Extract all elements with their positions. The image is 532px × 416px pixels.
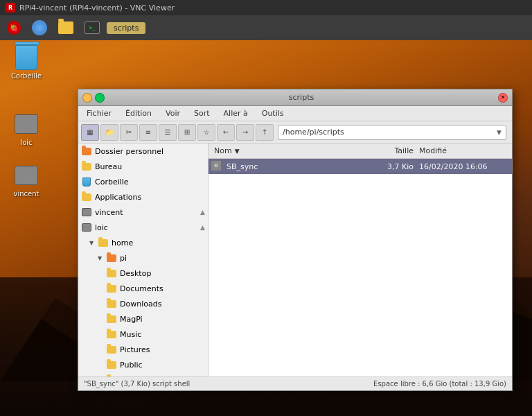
vincent-hdd-icon (15, 166, 38, 185)
sidebar-label-loic: loic (95, 223, 200, 232)
menu-voir[interactable]: Voir (160, 107, 186, 119)
script-file-icon: ⚙ (211, 161, 221, 171)
cut-button[interactable]: ✂ (120, 124, 138, 141)
folder-taskbar-icon (58, 21, 73, 34)
fm-toolbar: ▦ 📁 ✂ ≡ ☰ ⊞ ☆ ← → ↑ /home/pi/scripts ▼ (78, 121, 512, 144)
sidebar-item-home[interactable]: ▼ home (78, 235, 208, 250)
sidebar-item-public[interactable]: Public (78, 357, 208, 372)
raspberry-menu-button[interactable]: 🍓 (3, 18, 25, 37)
sidebar-item-downloads[interactable]: Downloads (78, 296, 208, 311)
bookmarks-button[interactable]: ☆ (197, 124, 215, 141)
raspberry-icon: 🍓 (7, 21, 21, 35)
terminal-icon: >_ (85, 21, 100, 34)
sidebar-label-desktop: Desktop (120, 269, 205, 278)
file-row-sbsync[interactable]: ⚙ SB_sync 3,7 Kio 16/02/2020 16:06 (209, 159, 512, 174)
vnc-icon: R (6, 3, 15, 12)
terminal-taskbar-button[interactable]: >_ (80, 18, 104, 37)
address-dropdown-arrow[interactable]: ▼ (497, 129, 502, 136)
menu-fichier[interactable]: Fichier (81, 107, 117, 119)
col-header-modified: Modifié (419, 146, 447, 155)
sidebar-label-vincent: vincent (95, 208, 200, 217)
trash-bin-icon (15, 45, 37, 70)
loic-mount-icon: ▲ (200, 224, 205, 231)
fm-content: Dossier personnel Bureau Corbeille (78, 144, 512, 376)
file-size-sbsync: 3,7 Kio (364, 162, 419, 171)
fm-main-panel: Nom ▼ Taille Modifié ⚙ SB_sync 3,7 Kio 1… (209, 144, 512, 376)
view-details-button[interactable]: ☰ (159, 124, 177, 141)
browser-button[interactable] (28, 18, 51, 37)
fm-status-space-info: Espace libre : 6,6 Gio (total : 13,9 Gio… (373, 380, 506, 388)
pi-expand-arrow: ▼ (98, 255, 105, 261)
sidebar-label-applications: Applications (95, 193, 205, 202)
sidebar-label-corbeille: Corbeille (95, 177, 205, 187)
sidebar-item-bureau[interactable]: Bureau (78, 159, 208, 174)
fm-close-controls: ✕ (498, 93, 508, 103)
sidebar-label-music: Music (120, 330, 205, 339)
fm-sidebar: Dossier personnel Bureau Corbeille (78, 144, 209, 376)
forward-button[interactable]: → (236, 124, 254, 141)
up-button[interactable]: ↑ (256, 124, 274, 141)
fm-maximize-button[interactable] (95, 93, 105, 103)
vnc-titlebar: R RPi4-vincent (RPi4-vincent) - VNC View… (0, 0, 532, 15)
menu-sort[interactable]: Sort (188, 107, 215, 119)
desktop-icons-area: Corbeille loic vincent (6, 45, 47, 198)
sidebar-item-corbeille[interactable]: Corbeille (78, 174, 208, 189)
fm-statusbar: "SB_sync" (3,7 Kio) script shell Espace … (78, 376, 512, 390)
back-button[interactable]: ← (217, 124, 235, 141)
vincent-label: vincent (14, 190, 39, 198)
filemanager-taskbar-button[interactable] (54, 18, 78, 37)
address-text: /home/pi/scripts (283, 128, 497, 137)
view-icons-button[interactable]: ▦ (81, 124, 99, 141)
sidebar-item-pi[interactable]: ▼ pi (78, 250, 208, 266)
loic-hdd-icon (15, 114, 38, 134)
vincent-drive-icon[interactable]: vincent (6, 163, 47, 198)
sidebar-item-documents[interactable]: Documents (78, 281, 208, 296)
globe-icon (32, 20, 47, 35)
sidebar-label-dossier-personnel: Dossier personnel (95, 147, 205, 156)
sidebar-label-downloads: Downloads (120, 300, 205, 309)
sidebar-item-dossier-personnel[interactable]: Dossier personnel (78, 144, 208, 159)
trash-label: Corbeille (11, 72, 42, 80)
fm-minimize-button[interactable] (82, 93, 92, 103)
file-manager-window: scripts ✕ Fichier Édition Voir Sort Alle… (78, 89, 513, 391)
sidebar-item-vincent[interactable]: vincent ▲ (78, 205, 208, 220)
menu-aller-a[interactable]: Aller à (218, 107, 254, 119)
sort-arrow: ▼ (235, 148, 240, 155)
sidebar-item-applications[interactable]: Applications (78, 189, 208, 205)
sidebar-item-music[interactable]: Music (78, 327, 208, 342)
vincent-mount-icon: ▲ (200, 209, 205, 216)
sidebar-label-public: Public (120, 361, 205, 370)
file-name-sbsync: SB_sync (227, 162, 364, 171)
view-compact-button[interactable]: ⊞ (178, 124, 196, 141)
taskbar: 🍓 >_ scripts (0, 15, 532, 40)
sidebar-item-magpi[interactable]: MagPi (78, 311, 208, 327)
fm-title: scripts (105, 93, 498, 102)
sidebar-item-pictures[interactable]: Pictures (78, 342, 208, 357)
col-header-name: Nom (214, 146, 232, 155)
new-folder-button[interactable]: 📁 (100, 124, 118, 141)
scripts-taskbar-button[interactable]: scripts (107, 22, 145, 34)
fm-column-headers: Nom ▼ Taille Modifié (209, 144, 512, 159)
address-bar[interactable]: /home/pi/scripts ▼ (278, 125, 506, 140)
fm-window-controls (82, 93, 105, 103)
fm-menubar: Fichier Édition Voir Sort Aller à Outils (78, 106, 512, 121)
sidebar-label-home: home (112, 239, 205, 248)
view-list-button[interactable]: ≡ (139, 124, 157, 141)
menu-outils[interactable]: Outils (256, 107, 290, 119)
fm-close-button[interactable]: ✕ (498, 93, 508, 103)
sidebar-item-desktop[interactable]: Desktop (78, 266, 208, 281)
file-modified-sbsync: 16/02/2020 16:06 (419, 162, 509, 171)
sidebar-label-pi: pi (120, 254, 205, 263)
menu-edition[interactable]: Édition (120, 107, 157, 119)
sidebar-label-pictures: Pictures (120, 345, 205, 354)
home-expand-arrow: ▼ (89, 240, 96, 246)
sidebar-label-documents: Documents (120, 284, 205, 293)
fm-status-file-info: "SB_sync" (3,7 Kio) script shell (84, 380, 190, 388)
sidebar-item-loic[interactable]: loic ▲ (78, 220, 208, 235)
sidebar-label-bureau: Bureau (95, 162, 205, 171)
loic-label: loic (20, 139, 32, 146)
trash-desktop-icon[interactable]: Corbeille (6, 45, 47, 80)
col-header-size: Taille (394, 146, 414, 155)
loic-drive-icon[interactable]: loic (6, 112, 47, 146)
sidebar-label-magpi: MagPi (120, 315, 205, 324)
